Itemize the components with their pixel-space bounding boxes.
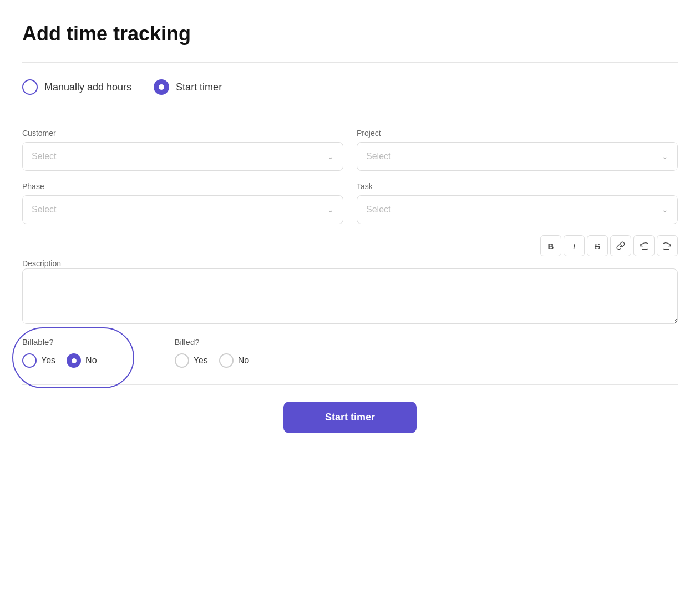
task-select[interactable]: Select ⌄ [357,195,678,224]
mode-timer[interactable]: Start timer [154,79,222,95]
task-field: Task Select ⌄ [357,182,678,224]
billable-yes-radio[interactable] [22,353,37,368]
project-placeholder: Select [366,151,390,161]
billable-no-radio[interactable] [67,353,81,368]
mode-manual-label: Manually add hours [44,82,131,93]
task-placeholder: Select [366,205,390,215]
mode-manual-radio[interactable] [22,79,38,95]
title-divider [22,62,678,63]
italic-button[interactable]: I [564,235,585,256]
project-select[interactable]: Select ⌄ [357,142,678,171]
billable-no-option[interactable]: No [67,353,97,368]
billable-yes-label: Yes [41,356,55,366]
bold-button[interactable]: B [540,235,561,256]
customer-field: Customer Select ⌄ [22,129,343,171]
billable-no-label: No [85,356,97,366]
phase-select[interactable]: Select ⌄ [22,195,343,224]
bottom-section: Billable? Yes No Billed? [22,337,678,368]
form-row-2: Phase Select ⌄ Task Select ⌄ [22,182,678,224]
mode-manual[interactable]: Manually add hours [22,79,131,95]
project-chevron-icon: ⌄ [662,152,668,161]
customer-chevron-icon: ⌄ [327,152,334,161]
mode-timer-radio[interactable] [154,79,169,95]
footer-divider [22,384,678,385]
form-section: Customer Select ⌄ Project Select ⌄ Phase… [22,129,678,368]
billable-group: Billable? Yes No [22,337,97,368]
billed-no-label: No [238,356,249,366]
project-label: Project [357,129,678,138]
redo-button[interactable] [657,235,678,256]
mode-timer-label: Start timer [176,82,222,93]
phase-chevron-icon: ⌄ [327,205,334,214]
task-label: Task [357,182,678,191]
phase-placeholder: Select [32,205,56,215]
billable-label: Billable? [22,337,97,347]
billed-options: Yes No [175,353,250,368]
mode-selector: Manually add hours Start timer [22,79,678,95]
billable-container: Billable? Yes No [22,337,97,368]
start-timer-button[interactable]: Start timer [283,402,417,433]
billable-yes-option[interactable]: Yes [22,353,55,368]
form-row-1: Customer Select ⌄ Project Select ⌄ [22,129,678,171]
project-field: Project Select ⌄ [357,129,678,171]
task-chevron-icon: ⌄ [662,205,668,214]
description-section: B I S [22,235,678,326]
customer-select[interactable]: Select ⌄ [22,142,343,171]
customer-label: Customer [22,129,343,138]
billed-yes-option[interactable]: Yes [175,353,208,368]
billed-group-wrapper: Billed? Yes No [175,337,250,368]
billed-yes-label: Yes [194,356,208,366]
footer-actions: Start timer [22,402,678,433]
strikethrough-button[interactable]: S [587,235,608,256]
page-title: Add time tracking [22,22,678,45]
phase-field: Phase Select ⌄ [22,182,343,224]
customer-placeholder: Select [32,151,56,161]
description-input[interactable] [22,268,678,324]
billable-options: Yes No [22,353,97,368]
undo-button[interactable] [633,235,655,256]
billed-no-radio[interactable] [219,353,234,368]
description-toolbar: B I S [22,235,678,256]
description-label: Description [22,259,61,268]
billed-label: Billed? [175,337,250,347]
mode-divider [22,112,678,112]
billed-group: Billed? Yes No [175,337,250,368]
billed-no-option[interactable]: No [219,353,249,368]
phase-label: Phase [22,182,343,191]
billed-yes-radio[interactable] [175,353,189,368]
link-button[interactable] [610,235,631,256]
